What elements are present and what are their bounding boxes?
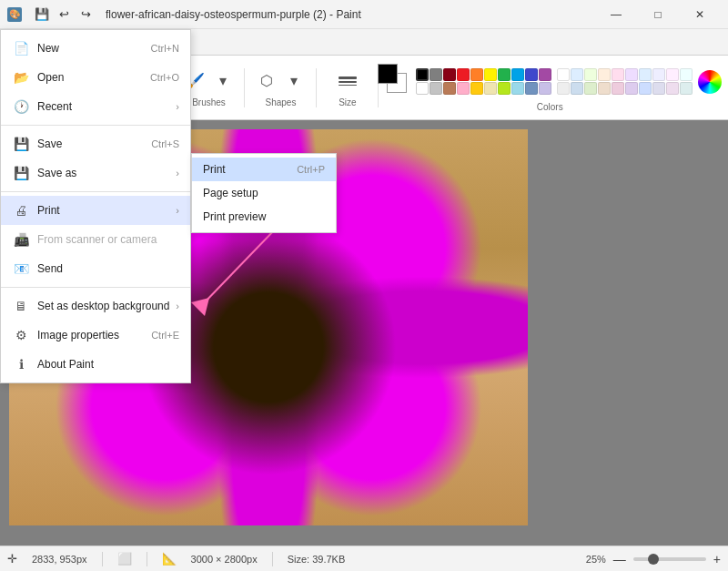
shapes-icons: ⬡ ▾ [254,68,307,94]
menu-about[interactable]: ℹ About Paint [1,350,190,379]
menu-new[interactable]: 📄 New Ctrl+N [1,34,190,63]
size-group: Size [324,68,379,107]
zoom-slider[interactable] [633,557,706,561]
status-sep-2 [147,552,147,566]
menu-print-label: Print [37,204,176,217]
menu-properties[interactable]: ⚙ Image properties Ctrl+E [1,321,190,350]
color-brown[interactable] [443,82,456,95]
print-submenu: Print Ctrl+P Page setup Print preview [191,153,337,233]
zoom-level: 25% [586,554,606,565]
minimize-btn[interactable]: — [595,0,637,29]
color-darkred[interactable] [443,68,456,81]
menu-open[interactable]: 📂 Open Ctrl+O [1,63,190,92]
extra-c6[interactable] [625,68,638,81]
zoom-plus-btn[interactable]: + [713,552,721,566]
extra-d4[interactable] [598,82,611,95]
status-sep-1 [102,552,103,566]
window-title: flower-african-daisy-osteospermum-purple… [106,8,361,21]
color-indigo[interactable] [525,68,538,81]
saveas-arrow-icon: › [176,168,179,178]
print-arrow-icon: › [176,205,179,216]
menu-recent[interactable]: 🕐 Recent › [1,92,190,121]
shapes-icon[interactable]: ⬡ [254,68,279,94]
color-lightblue[interactable] [511,82,524,95]
color-lightgray[interactable] [430,82,442,95]
maximize-btn[interactable]: □ [637,0,679,29]
size-icon[interactable] [335,68,360,94]
extra-c2[interactable] [571,68,583,81]
undo-btn[interactable]: ↩ [55,5,73,24]
menu-recent-label: Recent [37,100,176,113]
submenu-pagesetup[interactable]: Page setup [192,181,336,205]
canvas-icon: 📐 [162,552,177,566]
zoom-thumb [648,554,659,565]
extra-c8[interactable] [652,68,665,81]
app-icon: 🎨 [7,7,22,22]
extra-c1[interactable] [557,68,570,81]
extra-d6[interactable] [625,82,638,95]
extra-c9[interactable] [666,68,679,81]
color-wheel[interactable] [698,70,722,94]
title-controls: — □ ✕ [595,0,721,29]
menu-saveas-label: Save as [37,167,176,179]
color-white[interactable] [416,82,429,95]
status-bar: ✛ 2833, 953px ⬜ 📐 3000 × 2800px Size: 39… [0,546,728,571]
submenu-pagesetup-label: Page setup [203,187,325,199]
menu-print[interactable]: 🖨 Print › [1,196,190,225]
extra-d10[interactable] [680,82,693,95]
active-colors [378,64,410,97]
shapes-down-icon[interactable]: ▾ [281,68,307,94]
menu-scanner: 📠 From scanner or camera [1,225,190,254]
menu-scanner-label: From scanner or camera [37,233,179,246]
extra-d5[interactable] [612,82,624,95]
menu-divider-1 [1,125,190,126]
extra-d1[interactable] [557,82,570,95]
extra-d8[interactable] [652,82,665,95]
about-icon: ℹ [12,355,30,373]
size-label: Size [339,97,356,107]
desktop-icon: 🖥 [12,297,30,315]
foreground-color-box[interactable] [378,64,398,84]
zoom-minus-btn[interactable]: — [613,552,626,566]
extra-c7[interactable] [639,68,652,81]
colors-group: Colors [386,64,721,112]
color-purple[interactable] [539,68,551,81]
menu-save-shortcut: Ctrl+S [151,138,179,149]
color-yellow[interactable] [484,68,497,81]
color-gray[interactable] [430,68,442,81]
close-btn[interactable]: ✕ [679,0,721,29]
color-cream[interactable] [484,82,497,95]
color-lavender[interactable] [539,82,551,95]
extra-d2[interactable] [571,82,583,95]
menu-about-label: About Paint [37,358,179,371]
color-green[interactable] [498,68,511,81]
color-black[interactable] [416,68,429,81]
menu-save[interactable]: 💾 Save Ctrl+S [1,129,190,158]
color-blue[interactable] [511,68,524,81]
extra-d7[interactable] [639,82,652,95]
extra-d9[interactable] [666,82,679,95]
menu-properties-label: Image properties [37,329,151,342]
save-quick-btn[interactable]: 💾 [33,5,51,24]
send-icon: 📧 [12,260,30,278]
menu-saveas[interactable]: 💾 Save as › [1,158,190,188]
submenu-preview[interactable]: Print preview [192,205,336,229]
color-orange[interactable] [470,68,483,81]
submenu-print[interactable]: Print Ctrl+P [192,158,336,181]
redo-btn[interactable]: ↪ [76,5,95,24]
color-pink[interactable] [457,82,470,95]
brush-down-icon[interactable]: ▾ [210,68,236,94]
menu-desktop[interactable]: 🖥 Set as desktop background › [1,291,190,321]
extra-d3[interactable] [584,82,597,95]
extra-c3[interactable] [584,68,597,81]
color-steelblue[interactable] [525,82,538,95]
extra-c10[interactable] [680,68,693,81]
extra-c5[interactable] [612,68,624,81]
print-icon: 🖨 [12,201,30,219]
extra-c4[interactable] [598,68,611,81]
selection-icon: ⬜ [117,552,132,566]
color-red[interactable] [457,68,470,81]
color-lime[interactable] [498,82,511,95]
color-gold[interactable] [470,82,483,95]
menu-send[interactable]: 📧 Send [1,254,190,283]
